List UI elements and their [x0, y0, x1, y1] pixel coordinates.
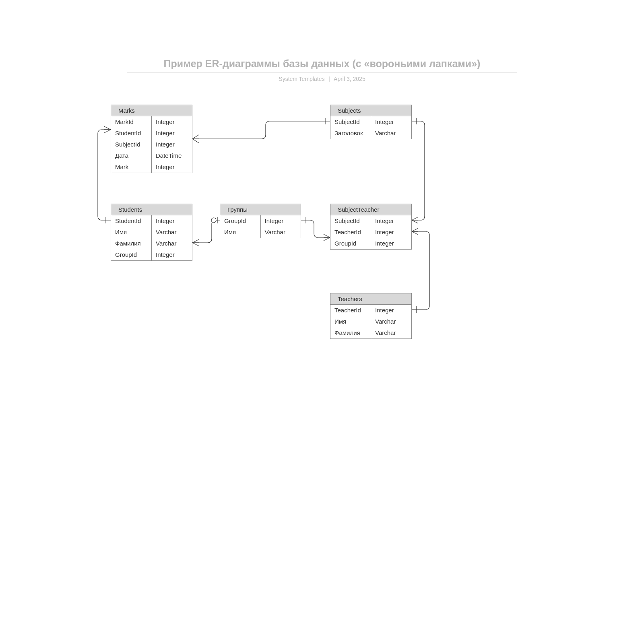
crowfoot-students-right [192, 239, 199, 246]
field-type: Varchar [261, 227, 301, 238]
field-name: TeacherId [330, 227, 371, 238]
field-type: Varchar [152, 227, 192, 238]
field-type: Integer [371, 215, 411, 227]
field-name: SubjectId [111, 139, 151, 150]
field-type: Varchar [371, 128, 411, 139]
separator: | [326, 76, 332, 82]
field-type: DateTime [152, 150, 192, 161]
entity-marks-header: Marks [111, 105, 192, 116]
diagram-subtitle: System Templates | April 3, 2025 [127, 76, 517, 82]
field-name: Имя [330, 316, 371, 327]
entity-subjects-header: Subjects [330, 105, 411, 116]
rel-subjteacher-teachers [412, 231, 429, 310]
entity-teachers-header: Teachers [330, 293, 411, 305]
field-name: Заголовок [330, 128, 371, 139]
entity-subjects[interactable]: Subjects SubjectId Заголовок Integer Var… [330, 105, 412, 139]
field-name: TeacherId [330, 305, 371, 316]
rel-groups-subjteacher [301, 220, 330, 237]
field-type: Integer [152, 116, 192, 128]
field-type: Integer [371, 227, 411, 238]
field-name: Фамилия [111, 238, 151, 249]
field-name: Mark [111, 161, 151, 173]
field-name: MarkId [111, 116, 151, 128]
field-type: Varchar [371, 316, 411, 327]
field-name: GroupId [330, 238, 371, 249]
crowfoot-subjteacher-right-bot [412, 228, 418, 235]
field-type: Integer [371, 116, 411, 128]
crowfoot-subjteacher-right-top [412, 217, 418, 223]
crowfoot-marks-left [104, 126, 111, 133]
entity-groups[interactable]: Группы GroupId Имя Integer Varchar [220, 204, 301, 238]
field-name: GroupId [220, 215, 260, 227]
field-type: Integer [152, 215, 192, 227]
field-type: Integer [152, 249, 192, 260]
diagram-header: Пример ER-диаграммы базы данных (с «воро… [127, 58, 517, 82]
entity-students-header: Students [111, 204, 192, 215]
diagram-title: Пример ER-диаграммы базы данных (с «воро… [127, 58, 517, 72]
field-name: Имя [220, 227, 260, 238]
entity-marks[interactable]: Marks MarkId StudentId SubjectId Дата Ma… [111, 105, 192, 173]
connectors-layer [0, 0, 644, 644]
rel-subjects-subjteacher [412, 121, 425, 220]
date-label: April 3, 2025 [334, 76, 365, 82]
field-type: Integer [152, 161, 192, 173]
field-name: Дата [111, 150, 151, 161]
field-type: Varchar [152, 238, 192, 249]
field-type: Integer [152, 128, 192, 139]
crowfoot-marks-right [192, 135, 199, 143]
entity-teachers[interactable]: Teachers TeacherId Имя Фамилия Integer V… [330, 293, 412, 339]
field-type: Integer [371, 305, 411, 316]
entity-subjectteacher-header: SubjectTeacher [330, 204, 411, 215]
field-type: Integer [371, 238, 411, 249]
entity-groups-header: Группы [220, 204, 301, 215]
field-name: GroupId [111, 249, 151, 260]
optional-circle-groups-left [211, 218, 216, 223]
rel-marks-students [98, 130, 111, 220]
field-type: Varchar [371, 327, 411, 339]
rel-students-groups [192, 220, 220, 243]
field-name: SubjectId [330, 116, 371, 128]
field-name: SubjectId [330, 215, 371, 227]
field-name: StudentId [111, 215, 151, 227]
entity-students[interactable]: Students StudentId Имя Фамилия GroupId I… [111, 204, 192, 261]
rel-marks-subjects [192, 121, 330, 139]
crowfoot-subjteacher-left [324, 234, 330, 241]
field-type: Integer [152, 139, 192, 150]
field-type: Integer [261, 215, 301, 227]
field-name: StudentId [111, 128, 151, 139]
entity-subjectteacher[interactable]: SubjectTeacher SubjectId TeacherId Group… [330, 204, 412, 250]
author-label: System Templates [279, 76, 324, 82]
field-name: Фамилия [330, 327, 371, 339]
field-name: Имя [111, 227, 151, 238]
